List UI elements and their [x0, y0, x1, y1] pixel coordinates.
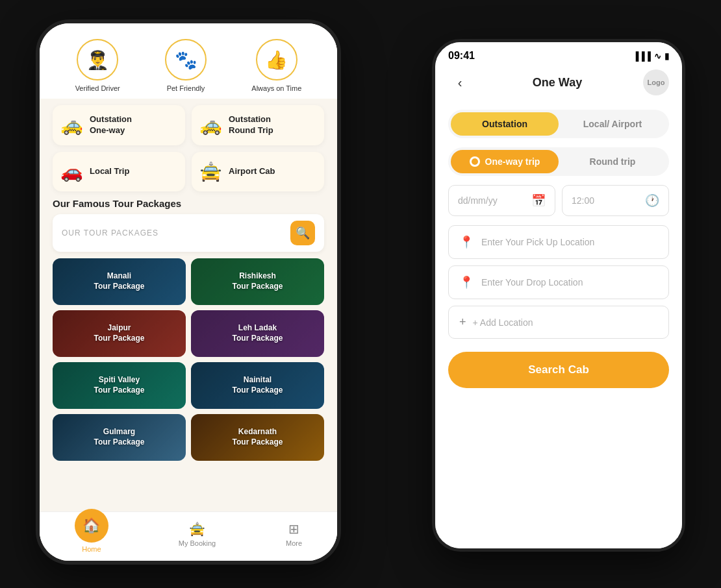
tour-card-jaipur-label: JaipurTour Package [94, 323, 145, 343]
nav-my-booking-label: My Booking [179, 539, 216, 547]
tour-card-jaipur[interactable]: JaipurTour Package [53, 310, 186, 357]
tour-search-button[interactable]: 🔍 [290, 221, 315, 245]
wifi-icon: ∿ [654, 51, 661, 61]
feature-always-on-time: 👍 Always on Time [251, 39, 301, 92]
outstation-oneway-icon: 🚕 [60, 114, 83, 136]
outstation-roundtrip-label: OutstationRound Trip [229, 114, 273, 136]
verified-driver-icon: 👨‍✈️ [77, 39, 118, 80]
drop-location-icon: 📍 [459, 275, 474, 289]
time-placeholder: 12:00 [572, 195, 594, 206]
always-on-time-label: Always on Time [251, 84, 301, 92]
tour-card-manali[interactable]: ManaliTour Package [53, 258, 186, 305]
one-way-trip-label: One-way trip [485, 156, 540, 167]
add-location-label: + Add Location [473, 317, 533, 328]
airport-cab-label: Airport Cab [229, 166, 275, 177]
content-area: Outstation Local/ Airport One-way trip R… [435, 103, 682, 548]
nav-more-label: More [286, 539, 302, 547]
battery-icon: ▮ [664, 51, 669, 61]
tour-search-label: OUR TOUR PACKAGES [62, 228, 158, 238]
always-on-time-icon: 👍 [256, 39, 297, 80]
tour-card-rishikesh[interactable]: RishikeshTour Package [191, 258, 324, 305]
phone-right: 09:41 ▐▐▐ ∿ ▮ ‹ One Way Logo Outstation … [432, 39, 685, 552]
pickup-location-icon: 📍 [459, 235, 474, 249]
status-icons: ▐▐▐ ∿ ▮ [633, 51, 669, 61]
trip-one-way[interactable]: One-way trip [451, 150, 559, 173]
trip-type-selector: One-way trip Round trip [448, 147, 669, 176]
scene: 👨‍✈️ Verified Driver 🐾 Pet Friendly 👍 Al… [0, 0, 721, 588]
tour-card-leh-label: Leh LadakTour Package [233, 323, 283, 343]
datetime-row: dd/mm/yy 📅 12:00 🕐 [448, 185, 669, 216]
tour-card-manali-label: ManaliTour Package [94, 271, 145, 291]
nav-my-booking[interactable]: 🚖 My Booking [179, 521, 216, 547]
pet-friendly-label: Pet Friendly [167, 84, 205, 92]
local-trip-label: Local Trip [90, 166, 129, 177]
search-cab-button[interactable]: Search Cab [448, 352, 669, 388]
header-title: One Way [533, 76, 582, 90]
trip-round[interactable]: Round trip [559, 150, 666, 173]
service-grid: 🚕 OutstationOne-way 🚕 OutstationRound Tr… [40, 99, 337, 198]
outstation-oneway-label: OutstationOne-way [90, 114, 132, 136]
service-airport-cab[interactable]: 🚖 Airport Cab [192, 152, 324, 191]
pet-friendly-icon: 🐾 [165, 39, 207, 80]
my-booking-icon: 🚖 [189, 521, 205, 537]
logo-avatar: Logo [643, 69, 669, 95]
pickup-location-input[interactable]: 📍 Enter Your Pick Up Location [448, 225, 669, 259]
more-icon: ⊞ [288, 521, 299, 537]
drop-location-placeholder: Enter Your Drop Location [481, 277, 583, 288]
nav-home[interactable]: 🏠 Home [75, 515, 108, 553]
tour-section: Our Famous Tour Packages OUR TOUR PACKAG… [40, 198, 337, 461]
tour-card-kedarnath[interactable]: KedarnathTour Package [191, 414, 324, 461]
clock-icon: 🕐 [645, 193, 659, 208]
tour-grid: ManaliTour Package RishikeshTour Package… [53, 258, 324, 461]
features-row: 👨‍✈️ Verified Driver 🐾 Pet Friendly 👍 Al… [40, 23, 337, 99]
tour-search-bar[interactable]: OUR TOUR PACKAGES 🔍 [53, 214, 324, 252]
tab-local-airport[interactable]: Local/ Airport [559, 112, 666, 136]
pickup-location-placeholder: Enter Your Pick Up Location [481, 237, 594, 247]
tour-card-nainital[interactable]: NainitalTour Package [191, 362, 324, 409]
time-input[interactable]: 12:00 🕐 [562, 185, 669, 216]
status-bar: 09:41 ▐▐▐ ∿ ▮ [435, 42, 682, 64]
add-plus-icon: + [459, 315, 466, 329]
drop-location-input[interactable]: 📍 Enter Your Drop Location [448, 265, 669, 299]
signal-icon: ▐▐▐ [633, 51, 651, 61]
tour-card-rishikesh-label: RishikeshTour Package [233, 271, 283, 291]
tour-card-gulmarg[interactable]: GulmargTour Package [53, 414, 186, 461]
nav-home-label: Home [82, 545, 101, 553]
app-header: ‹ One Way Logo [435, 64, 682, 103]
outstation-roundtrip-icon: 🚕 [199, 114, 222, 136]
tour-card-spiti-label: Spiti ValleyTour Package [94, 375, 145, 395]
tour-card-kedarnath-label: KedarnathTour Package [233, 427, 283, 447]
radio-dot-active [470, 156, 480, 167]
add-location-button[interactable]: + + Add Location [448, 306, 669, 339]
feature-verified-driver: 👨‍✈️ Verified Driver [75, 39, 120, 92]
status-time: 09:41 [448, 50, 475, 62]
tour-card-gulmarg-label: GulmargTour Package [94, 427, 145, 447]
phone-left: 👨‍✈️ Verified Driver 🐾 Pet Friendly 👍 Al… [36, 19, 341, 565]
airport-cab-icon: 🚖 [199, 161, 222, 182]
tour-card-leh-ladak[interactable]: Leh LadakTour Package [191, 310, 324, 357]
local-trip-icon: 🚗 [60, 161, 83, 182]
date-input[interactable]: dd/mm/yy 📅 [448, 185, 555, 216]
nav-more[interactable]: ⊞ More [286, 521, 302, 547]
home-icon: 🏠 [75, 509, 108, 543]
feature-pet-friendly: 🐾 Pet Friendly [165, 39, 207, 92]
tab-selector: Outstation Local/ Airport [448, 110, 669, 138]
service-local-trip[interactable]: 🚗 Local Trip [53, 152, 185, 191]
service-outstation-roundtrip[interactable]: 🚕 OutstationRound Trip [192, 105, 324, 145]
service-outstation-oneway[interactable]: 🚕 OutstationOne-way [53, 105, 185, 145]
tour-card-spiti-valley[interactable]: Spiti ValleyTour Package [53, 362, 186, 409]
tab-outstation[interactable]: Outstation [451, 112, 559, 136]
back-button[interactable]: ‹ [448, 71, 472, 94]
verified-driver-label: Verified Driver [75, 84, 120, 92]
date-placeholder: dd/mm/yy [458, 195, 498, 206]
calendar-icon: 📅 [531, 193, 546, 208]
bottom-nav: 🏠 Home 🚖 My Booking ⊞ More [40, 511, 337, 561]
tour-card-nainital-label: NainitalTour Package [233, 375, 283, 395]
tour-section-title: Our Famous Tour Packages [53, 198, 324, 209]
